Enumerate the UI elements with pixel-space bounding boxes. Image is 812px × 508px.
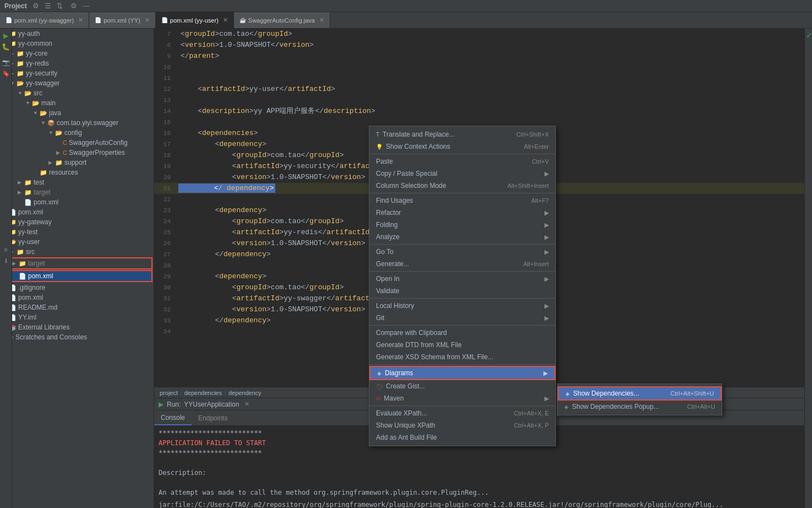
tree-item-package[interactable]: ▼ 📦 com.tao.yiyi.swagger: [0, 118, 154, 128]
menu-item-goto[interactable]: Go To ▶: [369, 246, 555, 258]
menu-item-validate[interactable]: Validate: [369, 285, 555, 297]
tree-item-java[interactable]: ▼ 📂 java: [0, 108, 154, 118]
menu-item-create-gist[interactable]: ⚫ Create Gist...: [369, 380, 555, 392]
tab-pom-user[interactable]: 📄 pom.xml (yy-user) ✕: [156, 12, 234, 28]
tree-item-swagger-props[interactable]: ▶ C SwaggerProperties: [0, 148, 154, 158]
tree-item-pom-root[interactable]: 📄 pom.xml: [0, 207, 154, 217]
menu-item-diagrams[interactable]: ◈ Diagrams ▶: [369, 366, 555, 380]
breadcrumb-sep1: ›: [180, 390, 182, 396]
java-icon: ☕: [239, 17, 246, 23]
project-label[interactable]: Project: [4, 2, 27, 10]
code-line-13: 13: [154, 95, 804, 106]
tab-pom-swagger[interactable]: 📄 pom.xml (yy-swagger) ✕: [0, 12, 89, 28]
submenu-show-deps-popup[interactable]: ◈ Show Dependencies Popup... Ctrl+Alt+U: [558, 401, 722, 413]
tree-item-scratches[interactable]: ▶ ✏ Scratches and Consoles: [0, 332, 154, 342]
tree-item-test[interactable]: ▶ 📁 test: [0, 177, 154, 187]
structure-icon[interactable]: ≡: [1, 245, 11, 255]
menu-item-paste[interactable]: Paste Ctrl+V: [369, 155, 555, 167]
tree-item-yy-core[interactable]: ▶ 📁 yy-core: [0, 48, 154, 58]
tree-item-target-user[interactable]: ▶ 📁 target: [1, 257, 152, 269]
tree-label-src-user: src: [26, 248, 35, 256]
xml-icon-yy: 📄: [95, 17, 101, 23]
menu-item-generate[interactable]: Generate... Alt+Insert: [369, 258, 555, 270]
tab-close-yy[interactable]: ✕: [145, 17, 150, 24]
xml-icon: 📄: [6, 17, 12, 23]
run-icon: ▶: [159, 401, 164, 408]
tree-label-yy-iml: YY.iml: [18, 314, 36, 321]
list-icon[interactable]: ☰: [45, 2, 51, 10]
menu-item-analyze[interactable]: Analyze ▶: [369, 231, 555, 243]
left-icon-panel: ▶ 🐛 📷 🔖 ≡ ℹ: [0, 29, 12, 508]
menu-item-add-ant[interactable]: Add as Ant Build File: [369, 431, 555, 444]
submenu-show-deps[interactable]: ◈ Show Dependencies... Ctrl+Alt+Shift+U: [558, 386, 722, 401]
debug-icon[interactable]: 🐛: [1, 42, 11, 52]
tab-close-user[interactable]: ✕: [223, 17, 228, 24]
menu-item-folding[interactable]: Folding ▶: [369, 219, 555, 231]
bookmark-icon[interactable]: 🔖: [1, 68, 11, 78]
menu-item-open-in[interactable]: Open In ▶: [369, 273, 555, 285]
tree-item-swagger-config[interactable]: C SwaggerAutoConfig: [0, 138, 154, 148]
show-deps-label: Show Dependencies...: [573, 390, 639, 397]
run-app-name[interactable]: YYUserApplication: [184, 401, 239, 408]
tab-close-swagger-config[interactable]: ✕: [319, 17, 324, 24]
menu-item-column-selection[interactable]: Column Selection Mode Alt+Shift+Insert: [369, 180, 555, 192]
gear-icon[interactable]: ⚙: [70, 2, 77, 10]
tab-pom-yy[interactable]: 📄 pom.xml (YY) ✕: [89, 12, 156, 28]
menu-item-evaluate-xpath[interactable]: Evaluate XPath... Ctrl+Alt+X, E: [369, 407, 555, 419]
tree-item-yy-swagger[interactable]: ▼ 📂 yy-swagger: [0, 78, 154, 88]
menu-item-copy-paste[interactable]: Copy / Paste Special ▶: [369, 167, 555, 180]
tree-item-support[interactable]: ▶ 📁 support: [0, 158, 154, 167]
breadcrumb-dependencies[interactable]: dependencies: [184, 390, 222, 396]
tree-label-yy-redis: yy-redis: [26, 60, 49, 67]
tree-item-yy-gateway[interactable]: ▶ 📁 yy-gateway: [0, 217, 154, 227]
tree-item-yy-redis[interactable]: ▶ 📁 yy-redis: [0, 58, 154, 68]
minimize-icon[interactable]: —: [83, 2, 90, 10]
console-line-4: [159, 458, 800, 468]
console-line-6: [159, 478, 800, 488]
menu-item-translate[interactable]: T Translate and Replace... Ctrl+Shift+X: [369, 128, 555, 140]
tree-item-yy-iml[interactable]: 📄 YY.iml: [0, 312, 154, 322]
sort-icon[interactable]: ⇅: [57, 2, 63, 10]
menu-item-generate-xsd[interactable]: Generate XSD Schema from XML File...: [369, 351, 555, 363]
tree-item-target-swagger[interactable]: ▶ 📁 target: [0, 187, 154, 197]
tab-endpoints[interactable]: Endpoints: [192, 410, 234, 425]
menu-item-context-actions[interactable]: 💡 Show Context Actions Alt+Enter: [369, 140, 555, 153]
menu-item-compare-clipboard[interactable]: Compare with Clipboard: [369, 327, 555, 339]
menu-item-generate-dtd[interactable]: Generate DTD from XML File: [369, 339, 555, 351]
tree-item-yy-auth[interactable]: ▶ 📁 yy-auth: [0, 29, 154, 39]
tree-label-yy-common: yy-common: [18, 40, 52, 47]
menu-item-git[interactable]: Git ▶: [369, 312, 555, 324]
tree-item-yy-test[interactable]: ▶ 📁 yy-test: [0, 227, 154, 237]
menu-item-refactor[interactable]: Refactor ▶: [369, 207, 555, 219]
breadcrumb-dependency[interactable]: dependency: [228, 390, 261, 396]
run-side-icon[interactable]: ▶: [1, 31, 11, 41]
run-close[interactable]: ✕: [244, 401, 249, 408]
tree-item-pom-swagger[interactable]: 📄 pom.xml: [0, 197, 154, 207]
tree-item-yy-security[interactable]: ▶ 📁 yy-security: [0, 68, 154, 78]
tree-item-yy-common[interactable]: ▶ 📁 yy-common: [0, 39, 154, 48]
tree-item-config[interactable]: ▼ 📂 config: [0, 128, 154, 138]
tree-item-readme[interactable]: 📄 README.md: [0, 302, 154, 312]
tree-item-gitignore[interactable]: 📄 .gitignore: [0, 283, 154, 293]
info-icon[interactable]: ℹ: [1, 256, 11, 266]
breadcrumb-project[interactable]: project: [160, 390, 178, 396]
tab-close-swagger[interactable]: ✕: [78, 17, 83, 24]
tree-item-src-user[interactable]: ▶ 📁 src: [0, 247, 154, 257]
sidebar: ▶ 📁 yy-auth ▶ 📁 yy-common ▶ 📁 yy-core ▶ …: [0, 29, 154, 508]
tree-item-pom-main[interactable]: 📄 pom.xml: [0, 293, 154, 302]
tree-item-resources[interactable]: 📁 resources: [0, 167, 154, 177]
tree-item-external-libs[interactable]: ▶ 📚 External Libraries: [0, 322, 154, 332]
camera-icon[interactable]: 📷: [1, 57, 11, 67]
tree-item-yy-user[interactable]: ▼ 📂 yy-user: [0, 237, 154, 247]
menu-item-find-usages[interactable]: Find Usages Alt+F7: [369, 194, 555, 207]
menu-item-show-unique-xpath[interactable]: Show Unique XPath Ctrl+Alt+X, P: [369, 419, 555, 431]
tab-console[interactable]: Console: [154, 410, 192, 425]
tree-item-main[interactable]: ▼ 📂 main: [0, 98, 154, 108]
menu-item-local-history[interactable]: Local History ▶: [369, 300, 555, 312]
tab-swagger-config[interactable]: ☕ SwaggerAutoConfig.java ✕: [234, 12, 330, 28]
settings-icon[interactable]: ⚙: [32, 2, 39, 10]
tree-label-yy-auth: yy-auth: [18, 30, 40, 37]
tree-item-pom-user[interactable]: 📄 pom.xml: [1, 270, 152, 282]
tree-item-src[interactable]: ▼ 📂 src: [0, 88, 154, 98]
menu-item-maven[interactable]: m Maven ▶: [369, 392, 555, 404]
